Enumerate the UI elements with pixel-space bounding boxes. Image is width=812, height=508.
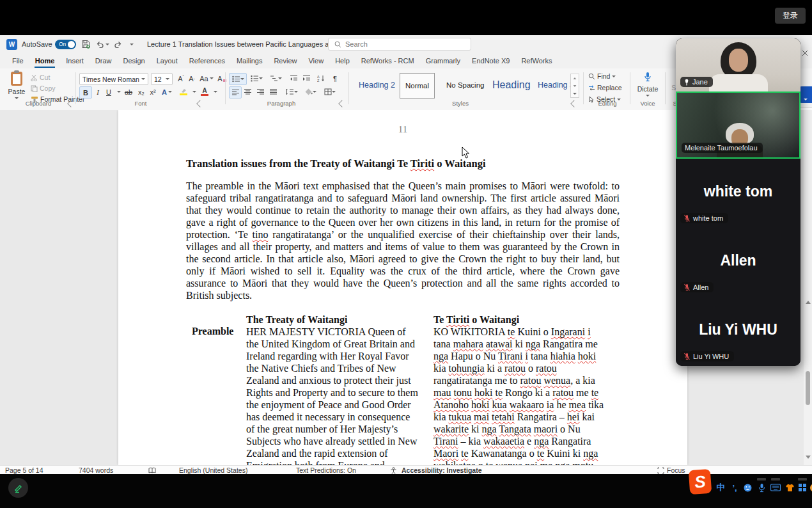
text-effects-button[interactable]: A — [161, 86, 173, 97]
video-tile-white-tom[interactable]: white tom white tom — [676, 159, 800, 228]
cut-button[interactable]: Cut — [31, 74, 50, 81]
video-tile-melenaite[interactable]: Melenaite Taumoefolau — [676, 91, 800, 159]
dictate-button[interactable]: Dictate — [636, 72, 659, 97]
ime-toolbox-button[interactable] — [797, 482, 808, 493]
undo-button[interactable] — [95, 35, 109, 53]
superscript-button[interactable]: x² — [147, 86, 159, 97]
video-tile-allen[interactable]: Allen Allen — [676, 228, 800, 297]
scroll-up-icon[interactable] — [806, 301, 811, 304]
shrink-font-button[interactable]: Aˇ — [186, 73, 198, 84]
vertical-scrollbar[interactable] — [804, 110, 812, 465]
grow-font-button[interactable]: Aˆ — [175, 73, 187, 84]
copy-button[interactable]: Copy — [31, 84, 56, 92]
tab-insert[interactable]: Insert — [60, 54, 90, 67]
search-input[interactable]: Search — [328, 38, 471, 51]
replace-button[interactable]: Replace — [588, 84, 622, 91]
highlight-button[interactable] — [178, 86, 189, 97]
tab-references[interactable]: References — [183, 54, 231, 67]
align-left-button[interactable] — [229, 86, 242, 99]
emoji-picker-button[interactable] — [742, 482, 753, 493]
tab-refworks-rcm[interactable]: RefWorks - RCM — [355, 54, 420, 67]
video-tile-jane[interactable]: Jane — [676, 38, 800, 91]
tab-layout[interactable]: Layout — [151, 54, 183, 67]
change-case-button[interactable]: Aa — [199, 73, 214, 84]
redo-button[interactable] — [114, 35, 123, 53]
show-formatting-button[interactable]: ¶ — [329, 73, 341, 84]
increase-indent-button[interactable] — [301, 73, 312, 84]
subscript-button[interactable]: x₂ — [136, 86, 147, 97]
multilevel-list-button[interactable] — [267, 73, 284, 84]
word-app-icon[interactable]: W — [6, 35, 17, 53]
line-spacing-button[interactable] — [284, 86, 299, 97]
status-page[interactable]: Page 5 of 14 — [5, 466, 43, 475]
tab-design[interactable]: Design — [117, 54, 150, 67]
styles-gallery-scroll[interactable] — [570, 74, 579, 98]
document-page[interactable]: 11 Translation issues from the Treaty of… — [118, 110, 687, 465]
borders-button[interactable] — [322, 86, 338, 97]
annotation-tool-button[interactable] — [8, 478, 28, 498]
font-size-select[interactable]: 12 — [151, 73, 173, 85]
status-accessibility[interactable]: Accessibility: Investigate — [402, 466, 481, 475]
find-icon — [588, 73, 595, 80]
font-color-dropdown-icon[interactable] — [210, 86, 221, 97]
share-button-sliver[interactable] — [799, 86, 812, 103]
smiley-icon — [743, 483, 753, 493]
strikethrough-button[interactable]: ab — [123, 86, 134, 97]
bullets-button[interactable] — [229, 73, 247, 85]
virtual-keyboard-button[interactable] — [770, 482, 781, 493]
style-heading[interactable]: Heading — [487, 73, 536, 97]
paste-button[interactable]: Paste — [6, 72, 27, 99]
scrollbar-thumb[interactable] — [806, 371, 810, 405]
tab-mailings[interactable]: Mailings — [231, 54, 268, 67]
justify-button[interactable] — [267, 86, 279, 97]
align-center-button[interactable] — [242, 86, 253, 97]
video-tile-liu-yi[interactable]: Liu Yi WHU Liu Yi WHU — [676, 297, 800, 366]
tab-review[interactable]: Review — [268, 54, 302, 67]
tab-view[interactable]: View — [302, 54, 329, 67]
font-color-button[interactable]: A — [199, 86, 210, 97]
font-name-select[interactable]: Times New Roman — [79, 73, 148, 85]
scroll-down-icon[interactable] — [806, 456, 811, 459]
style-heading2[interactable]: Heading 2 — [354, 73, 400, 97]
tab-draw[interactable]: Draw — [90, 54, 118, 67]
page-number-header: 11 — [118, 124, 687, 135]
tab-home[interactable]: Home — [29, 54, 61, 67]
tab-refworks[interactable]: RefWorks — [515, 54, 558, 67]
paragraph-dialog-launcher[interactable] — [338, 100, 345, 107]
voice-input-button[interactable] — [756, 482, 767, 493]
search-icon — [334, 41, 341, 48]
ime-skin-button[interactable] — [784, 482, 795, 493]
numbering-button[interactable] — [248, 73, 265, 84]
style-no-spacing[interactable]: No Spacing — [441, 73, 489, 97]
font-dialog-launcher[interactable] — [196, 100, 203, 107]
find-button[interactable]: Find — [588, 72, 616, 80]
focus-button[interactable]: Focus — [657, 466, 685, 475]
tab-endnote[interactable]: EndNote X9 — [466, 54, 515, 67]
decrease-indent-button[interactable] — [288, 73, 299, 84]
shading-button[interactable] — [303, 86, 318, 97]
tab-file[interactable]: File — [6, 54, 29, 67]
tab-help[interactable]: Help — [329, 54, 355, 67]
align-right-button[interactable] — [254, 86, 266, 97]
login-button[interactable]: 登录 — [775, 8, 806, 24]
ime-punctuation-button[interactable]: ’, — [729, 482, 740, 493]
italic-button[interactable]: I — [92, 86, 104, 97]
participant-display-name: white tom — [676, 183, 800, 200]
status-language[interactable]: English (United States) — [179, 466, 247, 475]
styles-dialog-launcher[interactable] — [570, 100, 577, 107]
autosave-toggle[interactable]: On — [55, 35, 76, 53]
bold-button[interactable]: B — [79, 86, 92, 99]
sort-button[interactable]: AZ — [315, 73, 329, 84]
sogou-ime-logo[interactable]: S — [689, 469, 712, 495]
accessibility-icon[interactable] — [390, 466, 397, 475]
proofing-icon[interactable] — [148, 466, 156, 475]
clear-formatting-button[interactable]: A — [216, 73, 228, 84]
status-wordcount[interactable]: 7404 words — [79, 466, 113, 475]
status-text-predictions[interactable]: Text Predictions: On — [296, 466, 356, 475]
save-icon[interactable] — [81, 35, 90, 53]
quick-access-menu-icon[interactable] — [130, 35, 134, 53]
tab-grammarly[interactable]: Grammarly — [420, 54, 466, 67]
style-normal[interactable]: Normal — [400, 73, 435, 99]
ime-more-button[interactable] — [808, 482, 812, 493]
ime-chinese-mode-button[interactable]: 中 — [715, 482, 726, 493]
